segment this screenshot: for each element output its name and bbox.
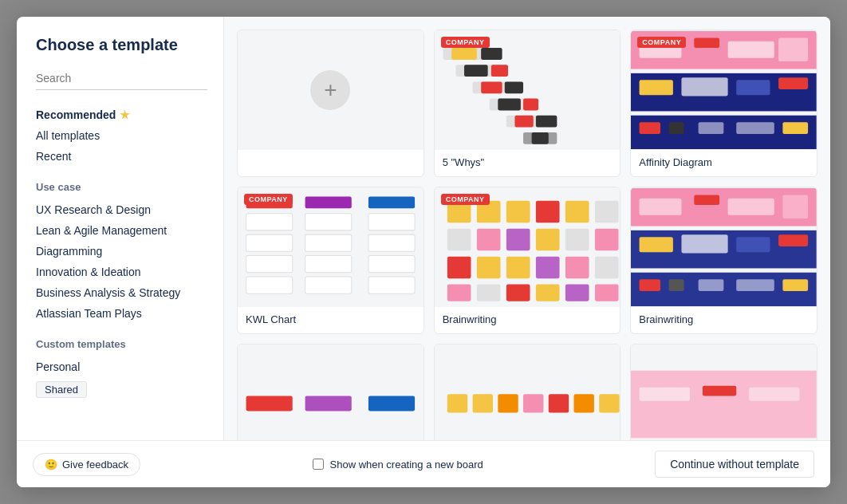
modal-title: Choose a template xyxy=(36,36,207,54)
nav-recent[interactable]: Recent xyxy=(36,146,207,167)
svg-rect-68 xyxy=(506,285,530,301)
svg-rect-24 xyxy=(682,77,728,96)
feedback-label: Give feedback xyxy=(62,459,128,471)
affinity-company-badge: COMPANY xyxy=(637,37,686,48)
blank-template-card[interactable]: + xyxy=(237,30,424,177)
kwl-card[interactable]: COMPANY xyxy=(237,187,424,334)
custom-templates-title: Custom templates xyxy=(36,338,207,350)
show-checkbox-area: Show when creating a new board xyxy=(313,459,483,471)
svg-rect-23 xyxy=(640,80,673,95)
row3-svg-2 xyxy=(435,345,620,440)
row3-svg-1 xyxy=(238,345,424,440)
brainwriting-color-svg xyxy=(435,187,620,307)
svg-rect-36 xyxy=(246,214,293,230)
nav-ux[interactable]: UX Research & Design xyxy=(36,199,207,220)
svg-rect-7 xyxy=(481,81,502,93)
svg-rect-79 xyxy=(682,234,728,253)
svg-rect-30 xyxy=(699,122,724,134)
search-input[interactable] xyxy=(36,67,207,90)
brainwriting-color-card[interactable]: COMPANY xyxy=(434,187,621,334)
svg-rect-20 xyxy=(728,41,774,58)
svg-rect-83 xyxy=(640,279,660,291)
nav-diagramming[interactable]: Diagramming xyxy=(36,241,207,262)
nav-all-templates[interactable]: All templates xyxy=(36,125,207,146)
sidebar: Choose a template Recommended ★ All temp… xyxy=(17,17,224,440)
nav-shared[interactable]: Shared xyxy=(36,377,207,402)
nav-innovation[interactable]: Innovation & Ideation xyxy=(36,262,207,282)
nav-recommended[interactable]: Recommended ★ xyxy=(36,104,207,125)
svg-rect-63 xyxy=(536,257,560,278)
svg-rect-26 xyxy=(778,77,808,89)
svg-rect-89 xyxy=(305,396,352,411)
svg-rect-51 xyxy=(536,201,560,222)
5whys-card[interactable]: COMPANY xyxy=(434,30,621,177)
row3-card-1[interactable] xyxy=(237,344,424,440)
svg-rect-62 xyxy=(506,257,530,278)
continue-button[interactable]: Continue without template xyxy=(655,451,814,478)
svg-rect-71 xyxy=(595,285,619,301)
kwl-company-badge: COMPANY xyxy=(244,194,293,205)
svg-rect-101 xyxy=(703,386,736,396)
use-case-section-title: Use case xyxy=(36,181,207,193)
svg-rect-94 xyxy=(498,394,518,412)
5whys-company-badge: COMPANY xyxy=(441,37,490,48)
svg-rect-92 xyxy=(447,394,467,412)
svg-rect-50 xyxy=(506,201,530,222)
kwl-svg xyxy=(238,187,424,307)
brainwriting-affinity-label: Brainwriting xyxy=(631,307,817,333)
svg-rect-19 xyxy=(695,37,720,48)
svg-rect-25 xyxy=(737,80,770,95)
row3-preview-3 xyxy=(631,345,817,440)
svg-rect-99 xyxy=(631,371,817,439)
nav-personal[interactable]: Personal xyxy=(36,356,207,377)
svg-rect-86 xyxy=(737,279,775,291)
svg-rect-56 xyxy=(506,229,530,250)
row3-preview-1 xyxy=(238,345,424,440)
svg-rect-31 xyxy=(737,122,775,134)
feedback-icon: 🙂 xyxy=(45,459,57,471)
nav-lean[interactable]: Lean & Agile Management xyxy=(36,220,207,241)
svg-rect-54 xyxy=(447,229,471,250)
nav-recommended-label: Recommended xyxy=(36,108,116,121)
svg-rect-47 xyxy=(368,277,415,293)
5whys-preview: COMPANY xyxy=(435,30,620,150)
feedback-button[interactable]: 🙂 Give feedback xyxy=(33,453,140,476)
svg-rect-100 xyxy=(640,388,690,401)
blank-card-label xyxy=(238,150,424,164)
content-area: + COMPANY xyxy=(224,17,830,440)
brainwriting-color-label: Brainwriting xyxy=(435,307,620,333)
brainwriting-affinity-svg xyxy=(631,187,817,307)
svg-rect-55 xyxy=(477,229,501,250)
show-checkbox[interactable] xyxy=(313,459,324,470)
affinity-label: Affinity Diagram xyxy=(631,150,817,176)
svg-rect-53 xyxy=(595,201,619,222)
choose-template-modal: Choose a template Recommended ★ All temp… xyxy=(17,17,830,487)
nav-atlassian[interactable]: Atlassian Team Plays xyxy=(36,303,207,324)
row3-card-3[interactable] xyxy=(630,344,817,440)
svg-rect-5 xyxy=(491,65,508,77)
row3-card-2[interactable] xyxy=(434,344,621,440)
svg-rect-45 xyxy=(246,277,293,293)
svg-rect-69 xyxy=(536,285,560,301)
svg-rect-10 xyxy=(498,99,521,111)
svg-rect-70 xyxy=(565,285,589,301)
affinity-card[interactable]: COMPANY xyxy=(630,30,817,177)
svg-rect-67 xyxy=(477,285,501,301)
affinity-preview: COMPANY xyxy=(631,30,817,150)
kwl-preview: COMPANY xyxy=(238,187,424,307)
svg-rect-42 xyxy=(246,256,293,273)
svg-rect-78 xyxy=(640,237,673,252)
svg-rect-90 xyxy=(368,396,415,411)
modal-body: Choose a template Recommended ★ All temp… xyxy=(17,17,830,440)
nav-business[interactable]: Business Analysis & Strategy xyxy=(36,282,207,303)
shared-badge[interactable]: Shared xyxy=(36,381,87,398)
kwl-label: KWL Chart xyxy=(238,307,424,333)
svg-rect-85 xyxy=(699,279,724,291)
svg-rect-38 xyxy=(368,214,415,230)
svg-rect-14 xyxy=(536,116,557,128)
svg-rect-61 xyxy=(477,257,501,278)
svg-rect-32 xyxy=(783,122,809,134)
brainwriting-affinity-card[interactable]: Brainwriting xyxy=(630,187,817,334)
svg-rect-40 xyxy=(305,234,352,251)
svg-rect-97 xyxy=(573,394,593,412)
